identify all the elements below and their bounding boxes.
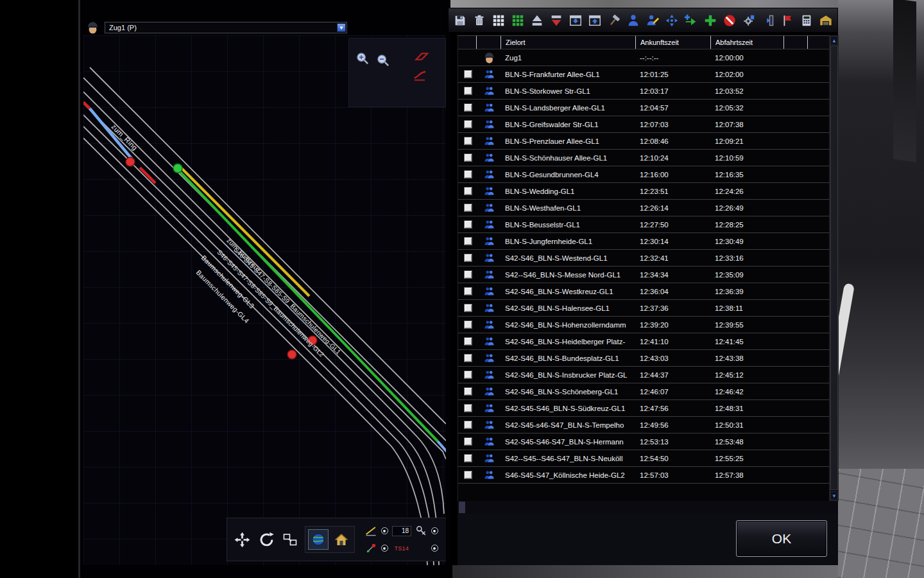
calculator-icon[interactable] bbox=[798, 12, 815, 29]
cancel-stop-icon[interactable] bbox=[721, 12, 738, 29]
track-gradient-icon[interactable] bbox=[413, 68, 427, 83]
row-checkbox[interactable] bbox=[464, 287, 472, 295]
track-ramp-icon[interactable] bbox=[415, 49, 429, 64]
green-signal-marker bbox=[173, 164, 182, 173]
row-checkbox[interactable] bbox=[464, 137, 472, 145]
move-up-icon[interactable] bbox=[528, 12, 545, 29]
timetable-grid-active-icon[interactable] bbox=[509, 12, 526, 29]
table-row[interactable]: S42-S46_BLN-S-Schöneberg-GL1 12:46:07 12… bbox=[458, 383, 829, 400]
row-checkbox[interactable] bbox=[464, 387, 472, 396]
gradient-value[interactable]: 18 bbox=[392, 526, 411, 536]
row-checkbox[interactable] bbox=[464, 320, 472, 329]
table-row[interactable]: S42-S46_BLN-S-Westkreuz-GL1 12:36:04 12:… bbox=[458, 283, 829, 300]
add-stop-icon[interactable] bbox=[701, 12, 719, 29]
row-checkbox[interactable] bbox=[464, 220, 472, 229]
table-row[interactable]: BLN-S-Beusselstr-GL1 12:27:50 12:28:25 bbox=[458, 216, 829, 233]
edit-passenger-icon[interactable] bbox=[644, 12, 661, 29]
header-departure[interactable]: Abfahrtszeit bbox=[710, 36, 783, 49]
key-radio[interactable] bbox=[431, 527, 438, 534]
table-row[interactable]: Zug1 --:--:-- 12:00:00 bbox=[458, 49, 829, 66]
table-row[interactable]: S42--S45--S46-S47_BLN-S-Neuköll 12:54:50… bbox=[458, 450, 829, 467]
save-icon[interactable] bbox=[451, 12, 468, 29]
table-row[interactable]: BLN-S-Wedding-GL1 12:23:51 12:24:26 bbox=[458, 183, 829, 200]
link-windows-icon[interactable] bbox=[282, 532, 298, 547]
table-row[interactable]: S42-S46_BLN-S-Westend-GL1 12:32:41 12:33… bbox=[458, 250, 829, 267]
row-checkbox[interactable] bbox=[464, 70, 472, 78]
table-row[interactable]: BLN-S-Frankfurter Allee-GL1 12:01:25 12:… bbox=[458, 66, 829, 83]
table-row[interactable]: S46-S45-S47_Köllnische Heide-GL2 12:57:0… bbox=[458, 467, 829, 484]
table-row[interactable]: S42--S46_BLN-S-Messe Nord-GL1 12:34:34 1… bbox=[458, 267, 829, 283]
table-row[interactable]: S42-S46_BLN-S-Halensee-GL1 12:37:36 12:3… bbox=[458, 300, 829, 317]
table-scrollbar[interactable]: ▲ ▼ bbox=[830, 35, 839, 501]
settings-icon[interactable] bbox=[740, 12, 757, 29]
passengers-icon bbox=[484, 219, 495, 230]
row-checkbox[interactable] bbox=[464, 153, 472, 162]
flag-icon[interactable] bbox=[778, 12, 796, 29]
pan-icon[interactable] bbox=[234, 531, 251, 548]
row-checkbox[interactable] bbox=[464, 254, 472, 262]
table-row[interactable]: BLN-S-Landsberger Allee-GL1 12:04:57 12:… bbox=[458, 100, 829, 116]
train-select-dropdown[interactable]: Zug1 (P) ▼ bbox=[105, 22, 347, 33]
export-panel-icon[interactable] bbox=[586, 12, 603, 29]
table-row[interactable]: S42-S46_BLN-S-Heidelberger Platz- 12:41:… bbox=[458, 333, 829, 350]
signal-radio[interactable] bbox=[431, 545, 438, 552]
table-row[interactable]: BLN-S-Gesundbrunnen-GL4 12:16:00 12:16:3… bbox=[458, 166, 829, 183]
row-checkbox[interactable] bbox=[464, 187, 472, 195]
delete-icon[interactable] bbox=[470, 12, 488, 29]
row-checkbox[interactable] bbox=[464, 421, 472, 429]
table-row[interactable]: S42-S45-S46-S47_BLN-S-Hermann 12:53:13 1… bbox=[458, 434, 829, 450]
distribute-icon[interactable] bbox=[663, 12, 680, 29]
row-checkbox[interactable] bbox=[464, 454, 472, 462]
rotate-icon[interactable] bbox=[258, 531, 275, 548]
header-arrival[interactable]: Ankunftszeit bbox=[635, 36, 710, 49]
scroll-up-icon[interactable]: ▲ bbox=[830, 36, 838, 45]
table-row[interactable]: BLN-S-Prenzlauer Allee-GL1 12:08:46 12:0… bbox=[458, 133, 829, 150]
track-map-view[interactable]: zum_Ring zum_Südkreuz S46-S45-S47-S8-S85… bbox=[83, 35, 446, 565]
row-checkbox[interactable] bbox=[464, 354, 472, 362]
import-panel-icon[interactable] bbox=[567, 12, 584, 29]
depot-icon[interactable] bbox=[817, 12, 834, 29]
row-checkbox[interactable] bbox=[464, 371, 472, 379]
append-stop-icon[interactable] bbox=[682, 12, 699, 29]
row-checkbox[interactable] bbox=[464, 270, 472, 279]
table-row[interactable]: BLN-S-Schönhauser Allee-GL1 12:10:24 12:… bbox=[458, 150, 829, 166]
table-row[interactable]: S42-S46_BLN-S-Insbrucker Platz-GL 12:44:… bbox=[458, 367, 829, 383]
gradient-radio[interactable] bbox=[381, 527, 388, 534]
timetable-grid-icon[interactable] bbox=[490, 12, 507, 29]
table-row[interactable]: BLN-S-Storkower Str-GL1 12:03:17 12:03:5… bbox=[458, 83, 829, 100]
zoom-out-icon[interactable] bbox=[376, 53, 391, 68]
table-row[interactable]: S42-S46_BLN-S-Hohenzollerndamm 12:39:20 … bbox=[458, 317, 829, 333]
row-checkbox[interactable] bbox=[464, 437, 472, 446]
row-checkbox[interactable] bbox=[464, 237, 472, 245]
table-row[interactable]: S42-S45-s46-S47_BLN-S-Tempelho 12:49:56 … bbox=[458, 417, 829, 434]
row-checkbox[interactable] bbox=[464, 404, 472, 412]
row-checkbox[interactable] bbox=[464, 120, 472, 128]
table-row[interactable]: S42-S45-S46_BLN-S-Südkreuz-GL1 12:47:56 … bbox=[458, 400, 829, 417]
chevron-down-icon[interactable]: ▼ bbox=[337, 23, 346, 32]
extra-cell1 bbox=[783, 417, 807, 433]
ok-button[interactable]: OK bbox=[736, 520, 827, 557]
insert-below-icon[interactable] bbox=[547, 12, 565, 29]
home-view-button[interactable] bbox=[331, 529, 352, 550]
passenger-icon[interactable] bbox=[624, 12, 642, 29]
zoom-in-icon[interactable] bbox=[355, 51, 370, 66]
departure-cell: 12:46:42 bbox=[710, 383, 783, 399]
row-checkbox[interactable] bbox=[464, 204, 472, 212]
map-view-button[interactable] bbox=[308, 529, 329, 550]
row-checkbox[interactable] bbox=[464, 87, 472, 95]
transfer-icon[interactable] bbox=[759, 12, 776, 29]
row-checkbox[interactable] bbox=[464, 103, 472, 112]
table-row[interactable]: BLN-S-Jungfernheide-GL1 12:30:14 12:30:4… bbox=[458, 233, 829, 250]
row-checkbox[interactable] bbox=[464, 304, 472, 312]
table-row[interactable]: BLN-S-Greifswalder Str-GL1 12:07:03 12:0… bbox=[458, 116, 829, 133]
tools-icon[interactable] bbox=[605, 12, 622, 29]
scroll-down-icon[interactable]: ▼ bbox=[830, 491, 838, 500]
scrollbar-thumb[interactable] bbox=[830, 46, 838, 490]
row-checkbox[interactable] bbox=[464, 337, 472, 346]
table-row[interactable]: S42-S46_BLN-S-Bundesplatz-GL1 12:43:03 1… bbox=[458, 350, 829, 367]
contact-radio[interactable] bbox=[381, 545, 388, 552]
row-checkbox[interactable] bbox=[464, 170, 472, 179]
row-checkbox[interactable] bbox=[464, 471, 472, 479]
table-row[interactable]: BLN-S-Westhafen-GL1 12:26:14 12:26:49 bbox=[458, 200, 829, 216]
header-destination[interactable]: Zielort bbox=[501, 36, 635, 49]
